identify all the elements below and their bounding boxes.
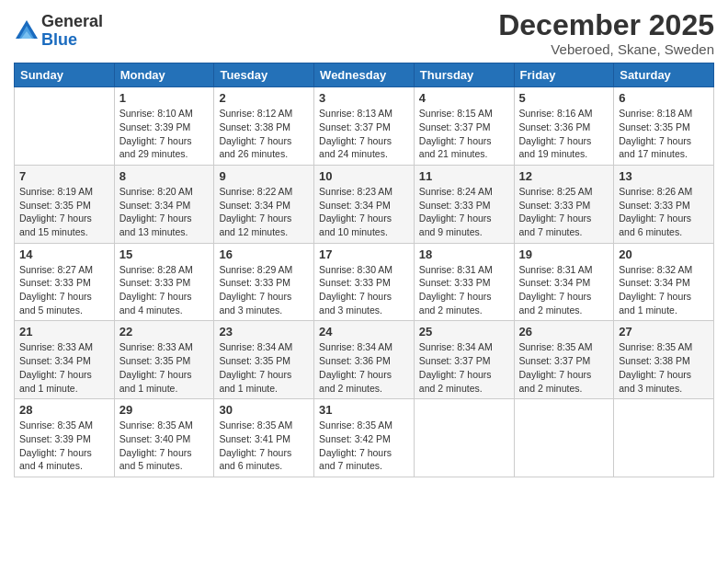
day-info: Sunrise: 8:35 AM Sunset: 3:37 PM Dayligh…: [519, 340, 609, 395]
day-number: 1: [119, 91, 210, 105]
day-number: 17: [319, 247, 409, 261]
calendar-cell: 5Sunrise: 8:16 AM Sunset: 3:36 PM Daylig…: [514, 87, 614, 166]
calendar-cell: 31Sunrise: 8:35 AM Sunset: 3:42 PM Dayli…: [314, 399, 415, 477]
day-info: Sunrise: 8:35 AM Sunset: 3:41 PM Dayligh…: [219, 419, 309, 473]
calendar-cell: 9Sunrise: 8:22 AM Sunset: 3:34 PM Daylig…: [214, 165, 314, 243]
calendar-cell: 20Sunrise: 8:32 AM Sunset: 3:34 PM Dayli…: [614, 243, 714, 321]
calendar-header-wednesday: Wednesday: [314, 63, 415, 87]
day-number: 18: [419, 247, 509, 261]
calendar-cell: 10Sunrise: 8:23 AM Sunset: 3:34 PM Dayli…: [314, 165, 415, 243]
day-number: 4: [419, 91, 509, 105]
calendar-cell: 28Sunrise: 8:35 AM Sunset: 3:39 PM Dayli…: [15, 399, 115, 477]
calendar-cell: [15, 87, 115, 166]
day-number: 24: [319, 325, 409, 339]
logo: General Blue: [14, 13, 103, 50]
day-info: Sunrise: 8:28 AM Sunset: 3:33 PM Dayligh…: [119, 263, 210, 317]
logo-icon: [14, 18, 40, 44]
day-info: Sunrise: 8:35 AM Sunset: 3:42 PM Dayligh…: [319, 419, 409, 473]
calendar-cell: 16Sunrise: 8:29 AM Sunset: 3:33 PM Dayli…: [214, 243, 314, 321]
calendar-cell: 11Sunrise: 8:24 AM Sunset: 3:33 PM Dayli…: [414, 165, 514, 243]
day-info: Sunrise: 8:30 AM Sunset: 3:33 PM Dayligh…: [319, 263, 409, 317]
calendar-cell: 13Sunrise: 8:26 AM Sunset: 3:33 PM Dayli…: [614, 165, 714, 243]
calendar-week-0: 1Sunrise: 8:10 AM Sunset: 3:39 PM Daylig…: [15, 87, 714, 166]
day-number: 19: [519, 247, 609, 261]
day-number: 20: [619, 247, 709, 261]
calendar-cell: 3Sunrise: 8:13 AM Sunset: 3:37 PM Daylig…: [314, 87, 415, 166]
day-number: 31: [319, 403, 409, 417]
calendar-week-2: 14Sunrise: 8:27 AM Sunset: 3:33 PM Dayli…: [15, 243, 714, 321]
calendar-header-friday: Friday: [514, 63, 614, 87]
calendar-week-3: 21Sunrise: 8:33 AM Sunset: 3:34 PM Dayli…: [15, 321, 714, 399]
day-info: Sunrise: 8:35 AM Sunset: 3:39 PM Dayligh…: [19, 419, 109, 473]
calendar-header-tuesday: Tuesday: [214, 63, 314, 87]
calendar-cell: 7Sunrise: 8:19 AM Sunset: 3:35 PM Daylig…: [15, 165, 115, 243]
calendar-cell: [614, 399, 714, 477]
day-number: 6: [619, 91, 709, 105]
day-number: 3: [319, 91, 409, 105]
day-info: Sunrise: 8:33 AM Sunset: 3:35 PM Dayligh…: [119, 340, 210, 395]
day-number: 26: [519, 325, 609, 339]
calendar-cell: 15Sunrise: 8:28 AM Sunset: 3:33 PM Dayli…: [114, 243, 214, 321]
header-row: General Blue December 2025 Veberoed, Ska…: [14, 9, 714, 57]
calendar-cell: [514, 399, 614, 477]
day-info: Sunrise: 8:34 AM Sunset: 3:35 PM Dayligh…: [219, 340, 309, 395]
day-info: Sunrise: 8:27 AM Sunset: 3:33 PM Dayligh…: [19, 263, 109, 317]
calendar-cell: 19Sunrise: 8:31 AM Sunset: 3:34 PM Dayli…: [514, 243, 614, 321]
calendar-cell: 25Sunrise: 8:34 AM Sunset: 3:37 PM Dayli…: [414, 321, 514, 399]
day-number: 27: [619, 325, 709, 339]
calendar-cell: 12Sunrise: 8:25 AM Sunset: 3:33 PM Dayli…: [514, 165, 614, 243]
calendar-cell: 14Sunrise: 8:27 AM Sunset: 3:33 PM Dayli…: [15, 243, 115, 321]
day-number: 15: [119, 247, 210, 261]
calendar-header-sunday: Sunday: [15, 63, 115, 87]
day-info: Sunrise: 8:26 AM Sunset: 3:33 PM Dayligh…: [619, 185, 709, 239]
logo-text: General Blue: [41, 13, 103, 50]
day-info: Sunrise: 8:33 AM Sunset: 3:34 PM Dayligh…: [19, 340, 109, 395]
title-block: December 2025 Veberoed, Skane, Sweden: [498, 9, 714, 57]
calendar-header-thursday: Thursday: [414, 63, 514, 87]
day-info: Sunrise: 8:34 AM Sunset: 3:37 PM Dayligh…: [419, 340, 509, 395]
day-info: Sunrise: 8:25 AM Sunset: 3:33 PM Dayligh…: [519, 185, 609, 239]
day-info: Sunrise: 8:31 AM Sunset: 3:34 PM Dayligh…: [519, 263, 609, 317]
calendar-cell: 6Sunrise: 8:18 AM Sunset: 3:35 PM Daylig…: [614, 87, 714, 166]
day-number: 2: [219, 91, 309, 105]
day-number: 22: [119, 325, 210, 339]
calendar-cell: 4Sunrise: 8:15 AM Sunset: 3:37 PM Daylig…: [414, 87, 514, 166]
subtitle: Veberoed, Skane, Sweden: [498, 41, 714, 57]
calendar-cell: 2Sunrise: 8:12 AM Sunset: 3:38 PM Daylig…: [214, 87, 314, 166]
day-number: 21: [19, 325, 109, 339]
calendar-cell: 27Sunrise: 8:35 AM Sunset: 3:38 PM Dayli…: [614, 321, 714, 399]
day-number: 9: [219, 169, 309, 183]
day-info: Sunrise: 8:15 AM Sunset: 3:37 PM Dayligh…: [419, 107, 509, 161]
calendar-cell: 26Sunrise: 8:35 AM Sunset: 3:37 PM Dayli…: [514, 321, 614, 399]
day-number: 28: [19, 403, 109, 417]
calendar-cell: 17Sunrise: 8:30 AM Sunset: 3:33 PM Dayli…: [314, 243, 415, 321]
calendar-cell: 29Sunrise: 8:35 AM Sunset: 3:40 PM Dayli…: [114, 399, 214, 477]
calendar-cell: [414, 399, 514, 477]
day-number: 16: [219, 247, 309, 261]
main-title: December 2025: [498, 9, 714, 41]
day-number: 14: [19, 247, 109, 261]
day-info: Sunrise: 8:19 AM Sunset: 3:35 PM Dayligh…: [19, 185, 109, 239]
day-info: Sunrise: 8:32 AM Sunset: 3:34 PM Dayligh…: [619, 263, 709, 317]
day-number: 7: [19, 169, 109, 183]
day-number: 23: [219, 325, 309, 339]
calendar-header-monday: Monday: [114, 63, 214, 87]
day-info: Sunrise: 8:20 AM Sunset: 3:34 PM Dayligh…: [119, 185, 210, 239]
day-info: Sunrise: 8:23 AM Sunset: 3:34 PM Dayligh…: [319, 185, 409, 239]
calendar-cell: 8Sunrise: 8:20 AM Sunset: 3:34 PM Daylig…: [114, 165, 214, 243]
day-info: Sunrise: 8:29 AM Sunset: 3:33 PM Dayligh…: [219, 263, 309, 317]
calendar-cell: 21Sunrise: 8:33 AM Sunset: 3:34 PM Dayli…: [15, 321, 115, 399]
calendar-cell: 24Sunrise: 8:34 AM Sunset: 3:36 PM Dayli…: [314, 321, 415, 399]
day-info: Sunrise: 8:13 AM Sunset: 3:37 PM Dayligh…: [319, 107, 409, 161]
day-info: Sunrise: 8:22 AM Sunset: 3:34 PM Dayligh…: [219, 185, 309, 239]
calendar: SundayMondayTuesdayWednesdayThursdayFrid…: [14, 63, 714, 477]
calendar-cell: 30Sunrise: 8:35 AM Sunset: 3:41 PM Dayli…: [214, 399, 314, 477]
day-info: Sunrise: 8:10 AM Sunset: 3:39 PM Dayligh…: [119, 107, 210, 161]
day-info: Sunrise: 8:35 AM Sunset: 3:38 PM Dayligh…: [619, 340, 709, 395]
day-number: 25: [419, 325, 509, 339]
calendar-cell: 23Sunrise: 8:34 AM Sunset: 3:35 PM Dayli…: [214, 321, 314, 399]
day-info: Sunrise: 8:16 AM Sunset: 3:36 PM Dayligh…: [519, 107, 609, 161]
calendar-header-saturday: Saturday: [614, 63, 714, 87]
calendar-header-row: SundayMondayTuesdayWednesdayThursdayFrid…: [15, 63, 714, 87]
logo-general: General: [41, 13, 103, 31]
